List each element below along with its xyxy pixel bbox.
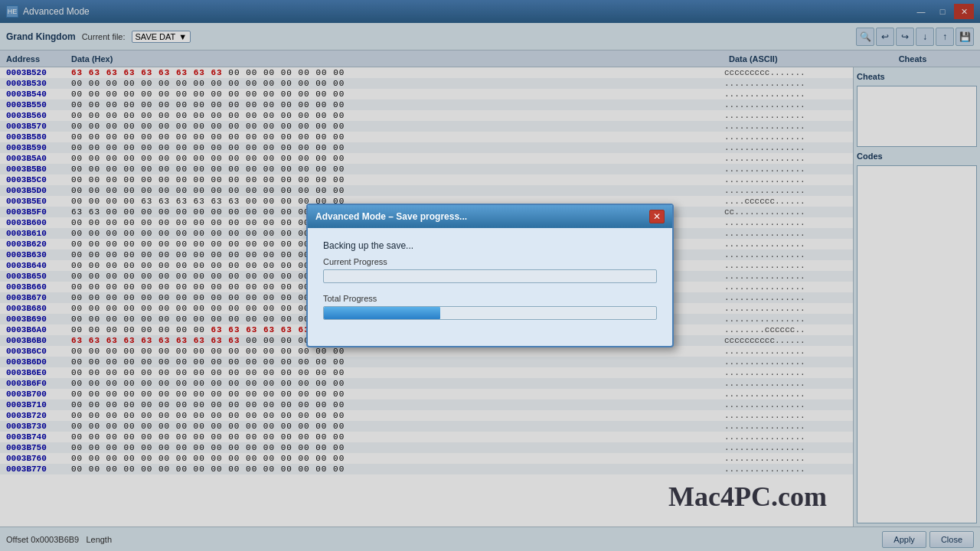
total-progress-bar (323, 306, 657, 320)
modal-title-bar: Advanced Mode – Save progress... ✕ (308, 205, 672, 228)
save-progress-dialog: Advanced Mode – Save progress... ✕ Backi… (306, 204, 674, 347)
modal-close-button[interactable]: ✕ (649, 210, 665, 223)
current-progress-bar (323, 269, 657, 283)
total-progress-label: Total Progress (323, 294, 657, 303)
modal-overlay: Advanced Mode – Save progress... ✕ Backi… (0, 0, 980, 551)
modal-title: Advanced Mode – Save progress... (315, 211, 467, 222)
modal-status-text: Backing up the save... (323, 240, 657, 251)
modal-content: Backing up the save... Current Progress … (308, 228, 672, 346)
current-progress-label: Current Progress (323, 257, 657, 266)
total-progress-fill (324, 307, 440, 319)
